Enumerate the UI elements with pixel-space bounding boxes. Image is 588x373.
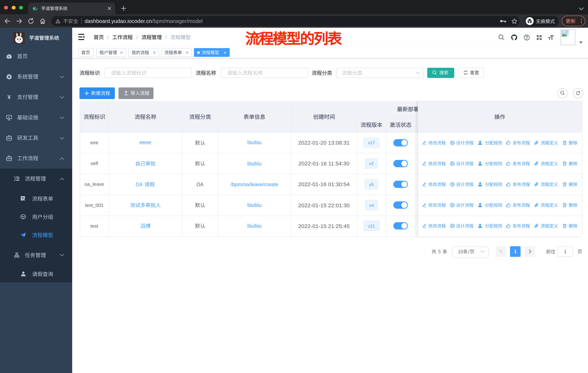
svg-text:¥: ¥ xyxy=(8,94,11,100)
